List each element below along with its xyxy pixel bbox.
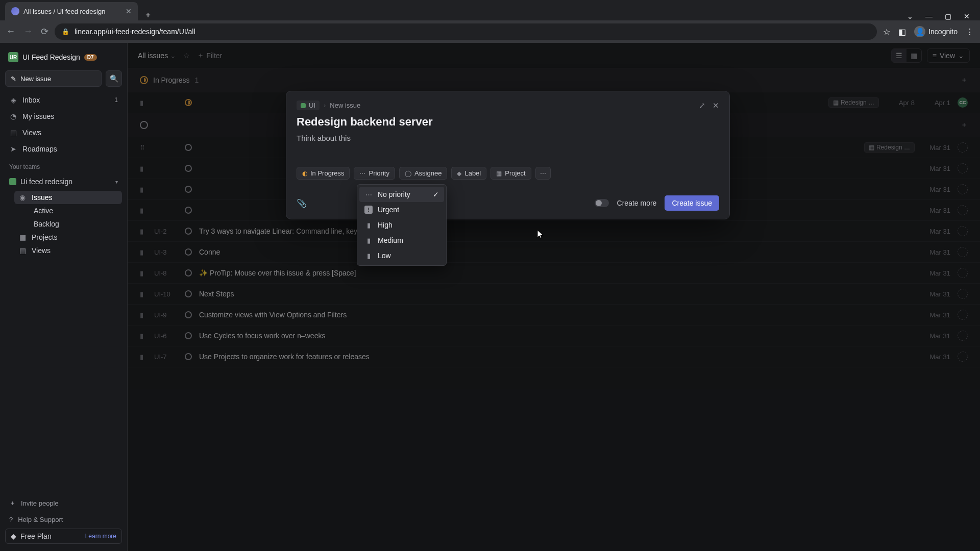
learn-more-link[interactable]: Learn more: [85, 533, 116, 540]
issue-description-input[interactable]: Think about this: [297, 134, 719, 142]
help-icon: ?: [9, 516, 13, 523]
team-nav-issues[interactable]: ◉ Issues: [14, 191, 122, 204]
incognito-icon: 👤: [914, 26, 925, 37]
lock-icon: 🔒: [62, 28, 69, 35]
priority-chip[interactable]: ⋯Priority: [354, 167, 395, 180]
forward-icon[interactable]: →: [23, 26, 33, 37]
chevron-down-icon: ▾: [115, 179, 118, 185]
issues-icon: ◔: [9, 112, 17, 120]
target-icon: ▦: [496, 170, 502, 177]
new-tab-button[interactable]: ＋: [138, 10, 158, 20]
new-issue-button[interactable]: ✎ New issue: [5, 70, 102, 87]
browser-tab[interactable]: All issues / Ui feed redesign ✕: [5, 2, 138, 20]
medium-icon: ▮: [364, 237, 373, 244]
plan-icon: ◆: [11, 532, 16, 540]
plan-pill[interactable]: ◆ Free Plan Learn more: [5, 529, 122, 544]
target-icon: ▦: [18, 233, 27, 241]
low-icon: ▮: [364, 252, 373, 260]
status-chip[interactable]: ◐In Progress: [297, 167, 350, 180]
modal-breadcrumb: New issue: [330, 102, 360, 109]
high-icon: ▮: [364, 221, 373, 229]
workspace-badge: D7: [84, 54, 97, 61]
nav-my-issues[interactable]: ◔ My issues: [5, 109, 122, 123]
create-issue-button[interactable]: Create issue: [665, 195, 719, 211]
team-color-icon: [9, 178, 16, 185]
person-icon: ◯: [405, 170, 411, 177]
team-row[interactable]: Ui feed redesign ▾: [5, 174, 122, 189]
reload-icon[interactable]: ⟳: [41, 26, 48, 37]
label-chip[interactable]: ◆Label: [451, 167, 486, 180]
search-button[interactable]: 🔍: [106, 70, 122, 87]
close-icon[interactable]: ✕: [713, 101, 719, 110]
modal-team-chip[interactable]: UI: [297, 101, 320, 110]
url-input[interactable]: 🔒 linear.app/ui-feed-redesign/team/UI/al…: [55, 23, 877, 40]
no-priority-icon: ⋯: [364, 191, 373, 198]
invite-people[interactable]: ＋ Invite people: [5, 495, 122, 511]
layers-icon: ▤: [9, 129, 17, 137]
project-chip[interactable]: ▦Project: [491, 167, 531, 180]
workspace-avatar: UR: [8, 52, 18, 62]
team-color-icon: [301, 103, 306, 108]
workspace-switcher[interactable]: UR UI Feed Redesign D7: [5, 50, 122, 64]
team-nav-views[interactable]: ▤ Views: [14, 244, 122, 257]
priority-dropdown: ⋯ No priority ✓ ! Urgent ▮ High ▮ Medi: [357, 184, 447, 266]
sidebar: UR UI Feed Redesign D7 ✎ New issue 🔍 ◈ I…: [0, 43, 128, 551]
browser-address-bar: ← → ⟳ 🔒 linear.app/ui-feed-redesign/team…: [0, 20, 980, 43]
more-properties-chip[interactable]: ⋯: [535, 167, 551, 180]
roadmap-icon: ➤: [9, 145, 17, 153]
in-progress-icon: ◐: [302, 170, 307, 177]
maximize-icon[interactable]: ▢: [945, 12, 951, 20]
circle-dot-icon: ◉: [18, 193, 27, 202]
priority-option-urgent[interactable]: ! Urgent: [359, 202, 444, 217]
priority-option-medium[interactable]: ▮ Medium: [359, 233, 444, 248]
plus-icon: ＋: [9, 498, 16, 508]
incognito-indicator: 👤 Incognito: [914, 26, 958, 37]
back-icon[interactable]: ←: [6, 26, 15, 37]
layers-icon: ▤: [18, 246, 27, 255]
close-tab-icon[interactable]: ✕: [126, 7, 132, 15]
inbox-icon: ◈: [9, 96, 17, 104]
nav-inbox[interactable]: ◈ Inbox 1: [5, 93, 122, 107]
search-icon: 🔍: [110, 74, 118, 83]
tab-title: All issues / Ui feed redesign: [23, 8, 121, 15]
issue-property-chips: ◐In Progress ⋯Priority ◯Assignee ◆Label …: [297, 167, 719, 180]
create-more-label: Create more: [617, 199, 657, 207]
team-nav-backlog[interactable]: Backlog: [30, 217, 122, 231]
extensions-icon[interactable]: ◧: [898, 27, 906, 37]
check-icon: ✓: [433, 190, 439, 198]
nav-roadmaps[interactable]: ➤ Roadmaps: [5, 142, 122, 156]
browser-menu-icon[interactable]: ⋮: [966, 27, 974, 37]
window-controls: ⌄ ― ▢ ✕: [907, 12, 980, 20]
teams-section-label: Your teams: [5, 158, 122, 172]
new-issue-modal: UI › New issue ⤢ ✕ Redesign backend serv…: [286, 91, 730, 219]
workspace-name: UI Feed Redesign: [22, 53, 80, 61]
team-nav-projects[interactable]: ▦ Projects: [14, 231, 122, 244]
tag-icon: ◆: [457, 170, 461, 177]
expand-icon[interactable]: ⤢: [699, 101, 705, 110]
pencil-icon: ✎: [11, 75, 16, 83]
team-nav-active[interactable]: Active: [30, 204, 122, 217]
create-more-toggle[interactable]: [595, 199, 609, 207]
tab-favicon: [11, 7, 19, 15]
browser-tab-strip: All issues / Ui feed redesign ✕ ＋ ⌄ ― ▢ …: [0, 0, 980, 20]
help-support[interactable]: ? Help & Support: [5, 513, 122, 527]
priority-option-high[interactable]: ▮ High: [359, 217, 444, 233]
dots-icon: ⋯: [359, 170, 365, 177]
nav-views[interactable]: ▤ Views: [5, 126, 122, 140]
bookmark-icon[interactable]: ☆: [883, 27, 890, 37]
close-window-icon[interactable]: ✕: [964, 12, 970, 20]
urgent-icon: !: [364, 206, 373, 214]
main-content: All issues ⌄ ☆ ＋ Filter ☰ ▦ ≡ View ⌄: [128, 43, 980, 551]
priority-option-low[interactable]: ▮ Low: [359, 248, 444, 263]
url-text: linear.app/ui-feed-redesign/team/UI/all: [75, 28, 195, 36]
chevron-down-icon[interactable]: ⌄: [907, 12, 913, 20]
attach-button[interactable]: 📎: [297, 198, 307, 208]
priority-option-none[interactable]: ⋯ No priority ✓: [359, 187, 444, 202]
minimize-icon[interactable]: ―: [925, 12, 933, 20]
issue-title-input[interactable]: Redesign backend server: [297, 115, 719, 129]
assignee-chip[interactable]: ◯Assignee: [399, 167, 447, 180]
dots-icon: ⋯: [540, 170, 546, 177]
